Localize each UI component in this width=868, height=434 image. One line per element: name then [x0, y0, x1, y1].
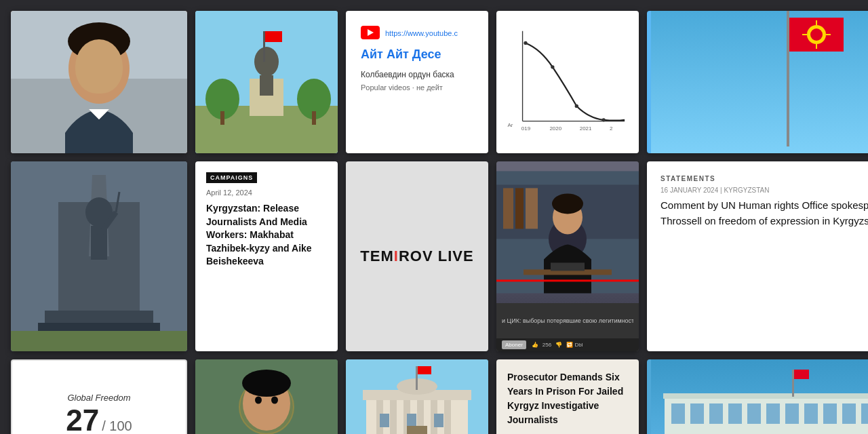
svg-rect-13: [265, 31, 282, 42]
svg-rect-88: [671, 403, 685, 424]
subscribe-button[interactable]: Aboner: [502, 340, 526, 349]
svg-point-35: [810, 28, 823, 41]
president-illustration: [195, 359, 338, 434]
building2-illustration: [647, 359, 868, 434]
svg-rect-97: [842, 403, 856, 424]
monument-illustration: [195, 11, 338, 153]
svg-rect-89: [690, 403, 704, 424]
svg-rect-94: [785, 403, 799, 424]
temirov-accent: I: [394, 248, 399, 264]
card-monument2: [11, 161, 187, 351]
svg-text:019: 019: [521, 125, 531, 132]
svg-rect-32: [787, 11, 789, 146]
svg-rect-15: [220, 111, 224, 125]
video-stats-bar: Aboner 👍 256 👎 🔁 Dbl: [496, 338, 639, 351]
svg-text:2020: 2020: [549, 125, 561, 132]
video-title: и ЦИК: выборы потерявшие свою легитимнос…: [502, 317, 633, 324]
svg-point-28: [575, 104, 578, 108]
youtube-sub: Popular videos · не дейт: [361, 83, 473, 92]
temirov-logo: TEMIROV LIVE: [360, 248, 473, 265]
svg-rect-12: [263, 31, 265, 62]
svg-rect-90: [709, 403, 723, 424]
svg-point-64: [242, 370, 291, 397]
svg-text:2021: 2021: [580, 125, 592, 132]
freedom-label: Global Freedom: [67, 393, 130, 403]
svg-text:2: 2: [610, 125, 613, 132]
card-statement: STATEMENTS 16 JANUARY 2024 | KYRGYZSTAN …: [647, 161, 868, 351]
card-chart: 019 2020 2021 2 Ar: [496, 11, 639, 153]
card-youtube: https://www.youtube.c Айт Айт Десе Колба…: [346, 11, 488, 153]
freedom-denom: / 100: [102, 418, 132, 434]
svg-point-4: [85, 60, 93, 70]
card-president: [195, 359, 338, 434]
svg-point-5: [105, 60, 113, 70]
flag-illustration: [647, 11, 868, 153]
card-video: и ЦИК: выборы потерявшие свою легитимнос…: [496, 161, 639, 351]
chart-illustration: 019 2020 2021 2 Ar: [505, 19, 631, 145]
card-building2: [647, 359, 868, 434]
card-temirov: TEMIROV LIVE: [346, 161, 488, 351]
card-prosecutor: Prosecutor Demands Six Years In Prison F…: [496, 359, 639, 434]
prosecutor-title: Prosecutor Demands Six Years In Prison F…: [507, 370, 628, 427]
svg-rect-60: [496, 279, 639, 281]
youtube-channel-title: Айт Айт Десе: [361, 47, 473, 62]
statement-meta: 16 JANUARY 2024 | KYRGYZSTAN: [660, 186, 868, 194]
svg-text:Ar: Ar: [507, 122, 513, 128]
video-person-illustration: [496, 161, 639, 303]
card-building1: [346, 359, 488, 434]
svg-rect-59: [551, 262, 585, 271]
svg-rect-53: [515, 188, 524, 229]
svg-point-26: [524, 41, 527, 45]
svg-rect-98: [861, 403, 868, 424]
campaigns-badge: CAMPAIGNS: [206, 172, 257, 183]
card-campaigns: CAMPAIGNS April 12, 2024 Kyrgyzstan: Rel…: [195, 161, 338, 351]
svg-rect-95: [804, 403, 818, 424]
svg-rect-17: [312, 111, 316, 125]
statement-title: Comment by UN Human rights Office spokes…: [660, 198, 868, 229]
monument2-illustration: [11, 161, 187, 351]
svg-rect-54: [526, 188, 538, 229]
campaigns-title: Kyrgyzstan: Release Journalists And Medi…: [206, 202, 327, 269]
svg-rect-92: [747, 403, 761, 424]
svg-rect-93: [766, 403, 780, 424]
svg-rect-96: [823, 403, 837, 424]
statement-category: STATEMENTS: [660, 175, 868, 182]
video-stats: 👍 256 👎 🔁 Dbl: [532, 342, 583, 348]
card-freedom: Global Freedom 27 / 100: [11, 359, 187, 434]
svg-rect-82: [434, 414, 443, 427]
card-monument: [195, 11, 338, 153]
video-frame: [496, 161, 639, 303]
svg-point-27: [551, 65, 554, 68]
svg-rect-80: [380, 414, 389, 427]
main-grid: https://www.youtube.c Айт Айт Десе Колба…: [0, 0, 868, 434]
svg-point-3: [68, 22, 130, 60]
svg-rect-47: [45, 311, 153, 324]
svg-point-10: [254, 47, 279, 77]
portrait-illustration: [11, 11, 187, 153]
svg-rect-75: [444, 400, 451, 434]
card-portrait: [11, 11, 187, 153]
youtube-desc: Колбаевдин ордун баска: [361, 70, 473, 79]
svg-rect-79: [418, 366, 431, 374]
video-bottom-bar: и ЦИК: выборы потерявшие свою легитимнос…: [496, 303, 639, 338]
svg-point-66: [271, 397, 278, 404]
youtube-icon: [361, 26, 380, 39]
svg-rect-49: [11, 331, 187, 351]
svg-rect-103: [794, 370, 809, 379]
youtube-url: https://www.youtube.c: [385, 29, 458, 37]
svg-point-29: [601, 118, 605, 121]
freedom-score: 27: [66, 406, 99, 435]
svg-rect-11: [260, 75, 273, 96]
svg-rect-71: [390, 400, 397, 434]
svg-rect-91: [728, 403, 742, 424]
svg-rect-102: [792, 370, 794, 397]
building1-illustration: [346, 359, 488, 434]
svg-point-65: [255, 397, 262, 404]
svg-point-57: [552, 193, 583, 214]
card-flag: [647, 11, 868, 153]
campaigns-date: April 12, 2024: [206, 189, 327, 197]
svg-rect-81: [407, 414, 416, 427]
svg-rect-101: [663, 393, 868, 399]
svg-rect-83: [407, 426, 427, 434]
svg-rect-78: [416, 366, 418, 390]
